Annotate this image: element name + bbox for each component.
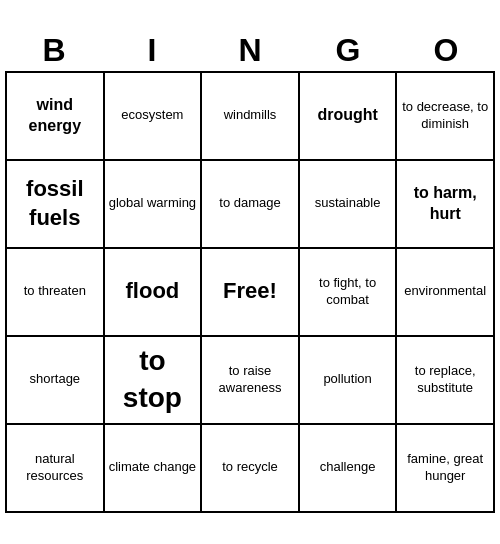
bingo-card: BINGO wind energyecosystemwindmillsdroug…	[5, 32, 495, 513]
bingo-cell-1: ecosystem	[105, 73, 203, 161]
bingo-cell-5: fossil fuels	[7, 161, 105, 249]
bingo-cell-23: challenge	[300, 425, 398, 513]
bingo-cell-19: to replace, substitute	[397, 337, 495, 425]
header-letter-B: B	[5, 32, 103, 69]
bingo-cell-15: shortage	[7, 337, 105, 425]
bingo-cell-22: to recycle	[202, 425, 300, 513]
bingo-cell-12: Free!	[202, 249, 300, 337]
bingo-cell-6: global warming	[105, 161, 203, 249]
bingo-cell-14: environmental	[397, 249, 495, 337]
bingo-cell-17: to raise awareness	[202, 337, 300, 425]
bingo-cell-11: flood	[105, 249, 203, 337]
header-letter-O: O	[397, 32, 495, 69]
header-letter-G: G	[299, 32, 397, 69]
bingo-cell-0: wind energy	[7, 73, 105, 161]
bingo-cell-13: to fight, to combat	[300, 249, 398, 337]
bingo-cell-24: famine, great hunger	[397, 425, 495, 513]
bingo-cell-8: sustainable	[300, 161, 398, 249]
bingo-cell-16: to stop	[105, 337, 203, 425]
bingo-cell-4: to decrease, to diminish	[397, 73, 495, 161]
bingo-grid: wind energyecosystemwindmillsdroughtto d…	[5, 71, 495, 513]
bingo-cell-3: drought	[300, 73, 398, 161]
header-letter-N: N	[201, 32, 299, 69]
bingo-header: BINGO	[5, 32, 495, 69]
bingo-cell-9: to harm, hurt	[397, 161, 495, 249]
bingo-cell-7: to damage	[202, 161, 300, 249]
bingo-cell-21: climate change	[105, 425, 203, 513]
bingo-cell-10: to threaten	[7, 249, 105, 337]
bingo-cell-20: natural resources	[7, 425, 105, 513]
bingo-cell-18: pollution	[300, 337, 398, 425]
header-letter-I: I	[103, 32, 201, 69]
bingo-cell-2: windmills	[202, 73, 300, 161]
